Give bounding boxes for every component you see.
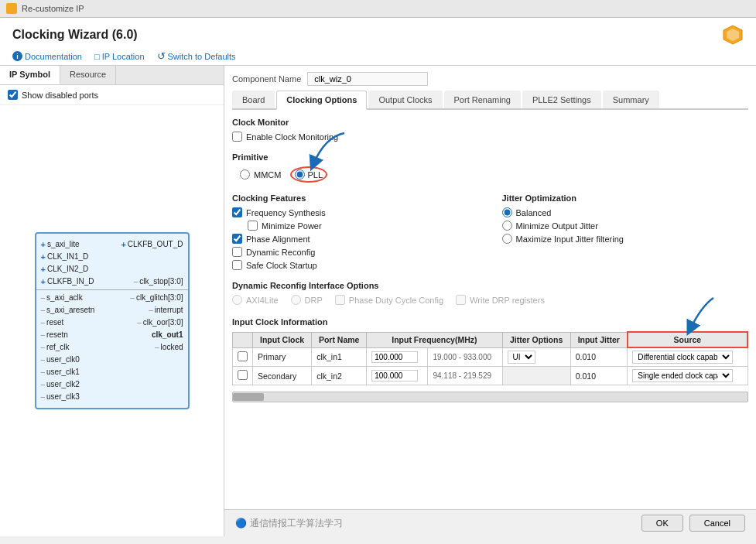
header-actions: i Documentation □ IP Location ↺ Switch t…	[12, 50, 744, 62]
balanced-radio[interactable]: Balanced	[502, 207, 749, 217]
input-clock-section: Input Clock Information Input Clock Port…	[232, 317, 748, 402]
input-clock-title: Input Clock Information	[232, 317, 748, 327]
bottom-bar: 🔵 通信情报工学算法学习 OK Cancel	[224, 509, 756, 536]
port-row: – ref_clk – locked	[36, 341, 188, 354]
primitive-title: Primitive	[232, 152, 748, 162]
title-bar: Re-customize IP	[0, 0, 756, 18]
refresh-icon: ↺	[157, 50, 166, 62]
safe-clock-startup-label: Safe Clock Startup	[246, 261, 317, 270]
ok-button[interactable]: OK	[641, 515, 683, 532]
jitter-optimization-title: Jitter Optimization	[502, 193, 749, 203]
col-port-name: Port Name	[312, 332, 367, 347]
row2-checkbox[interactable]	[238, 370, 248, 380]
tab-resource[interactable]: Resource	[60, 66, 116, 84]
tab-ip-symbol[interactable]: IP Symbol	[0, 66, 60, 84]
tab-output-clocks[interactable]: Output Clocks	[368, 91, 442, 108]
port-row: – resetn clk_out1	[36, 329, 188, 341]
tab-port-renaming[interactable]: Port Renaming	[444, 91, 521, 108]
input-clock-table: Input Clock Port Name Input Frequency(MH…	[232, 331, 748, 385]
cancel-button[interactable]: Cancel	[689, 515, 745, 532]
info-icon: i	[12, 51, 22, 61]
row2-frequency[interactable]	[367, 367, 428, 385]
port-row: – user_clk1	[36, 366, 188, 378]
freq-synthesis-label: Frequency Synthesis	[246, 208, 326, 217]
map-icon: □	[94, 52, 100, 61]
minimize-power-check[interactable]: Minimize Power	[248, 221, 479, 231]
content-area: IP Symbol Resource Show disabled ports +…	[0, 66, 756, 536]
clocking-features-title: Clocking Features	[232, 193, 479, 203]
freq-synthesis-check[interactable]: Frequency Synthesis	[232, 207, 479, 217]
port-row: – reset – clk_oor[3:0]	[36, 316, 188, 329]
port-row: + s_axi_lite + CLKFB_OUT_D	[36, 238, 188, 251]
write-drp-label: Write DRP registers	[470, 296, 545, 305]
horizontal-scrollbar[interactable]	[232, 392, 748, 402]
scrollbar-thumb	[233, 393, 264, 401]
col-input-jitter: Input Jitter	[570, 332, 628, 347]
primitive-section: Primitive MMCM PLL	[232, 152, 748, 186]
enable-clock-monitoring[interactable]: Enable Clock Monitoring	[232, 132, 748, 142]
tab-plle2-settings[interactable]: PLLE2 Settings	[522, 91, 601, 108]
axi4lite-radio: AXI4Lite	[232, 295, 279, 305]
col-source: Source	[628, 332, 747, 347]
row1-input-clock: Primary	[253, 347, 312, 367]
row1-checkbox[interactable]	[238, 351, 248, 361]
phase-alignment-check[interactable]: Phase Alignment	[232, 234, 479, 244]
port-row: – user_clk0	[36, 354, 188, 366]
ip-block: + s_axi_lite + CLKFB_OUT_D + CLK_IN1_D +…	[35, 232, 190, 409]
switch-defaults-link[interactable]: ↺ Switch to Defaults	[157, 50, 236, 62]
row1-source[interactable]: Differential clock capable pi...	[628, 347, 747, 367]
features-jitter-row: Clocking Features Frequency Synthesis Mi…	[232, 193, 748, 273]
row1-port-name: clk_in1	[312, 347, 367, 367]
dynamic-reconfig-check[interactable]: Dynamic Reconfig	[232, 247, 479, 257]
component-name-row: Component Name	[232, 72, 748, 86]
tab-clocking-options[interactable]: Clocking Options	[276, 91, 367, 110]
row1-frequency[interactable]	[367, 347, 428, 367]
main-header: Clocking Wizard (6.0) i Documentation □ …	[0, 18, 756, 66]
axi4lite-label: AXI4Lite	[246, 296, 279, 305]
min-output-jitter-radio[interactable]: Minimize Output Jitter	[502, 221, 749, 231]
watermark: 🔵 通信情报工学算法学习	[235, 517, 343, 530]
row2-source[interactable]: Single ended clock capabl...	[628, 367, 747, 385]
clock-monitor-section: Clock Monitor Enable Clock Monitoring	[232, 118, 748, 145]
row2-input-clock: Secondary	[253, 367, 312, 385]
safe-clock-startup-check[interactable]: Safe Clock Startup	[232, 260, 479, 270]
drp-label: DRP	[305, 296, 323, 305]
port-row: – s_axi_aclk – clk_glitch[3:0]	[36, 292, 188, 304]
show-disabled-checkbox[interactable]	[8, 90, 18, 100]
enable-clock-checkbox[interactable]	[232, 132, 242, 142]
jitter-col: Jitter Optimization Balanced Minimize Ou…	[502, 193, 749, 273]
ip-location-link[interactable]: □ IP Location	[94, 52, 145, 61]
row1-freq-range: 19.000 - 933.000	[428, 347, 502, 367]
max-input-jitter-radio[interactable]: Maximize Input Jitter filtering	[502, 234, 749, 244]
vivado-logo-icon	[722, 24, 744, 46]
tab-summary[interactable]: Summary	[603, 91, 659, 108]
right-panel: Component Name Board Clocking Options Ou…	[224, 66, 756, 536]
component-name-label: Component Name	[232, 74, 301, 84]
component-name-input[interactable]	[307, 72, 428, 86]
col-checkbox	[233, 332, 253, 347]
port-row: + CLK_IN2_D	[36, 263, 188, 275]
drp-radio: DRP	[291, 295, 323, 305]
port-row: + CLKFB_IN_D – clk_stop[3:0]	[36, 275, 188, 288]
features-col: Clocking Features Frequency Synthesis Mi…	[232, 193, 479, 273]
pll-radio-selected[interactable]: PLL	[290, 166, 327, 183]
table-row: Primary clk_in1 19.000 - 933.000 UI 0.01…	[233, 347, 748, 367]
col-frequency: Input Frequency(MHz)	[367, 332, 502, 347]
row2-port-name: clk_in2	[312, 367, 367, 385]
mmcm-label: MMCM	[254, 170, 281, 180]
tabs-row: Board Clocking Options Output Clocks Por…	[232, 91, 748, 110]
row1-jitter-options[interactable]: UI	[502, 347, 570, 367]
port-row: + CLK_IN1_D	[36, 251, 188, 263]
clock-monitor-title: Clock Monitor	[232, 118, 748, 127]
mmcm-radio[interactable]: MMCM	[240, 169, 281, 180]
row1-input-jitter: 0.010	[570, 347, 628, 367]
row2-jitter-options	[502, 367, 570, 385]
write-drp-check: Write DRP registers	[456, 295, 545, 305]
phase-alignment-label: Phase Alignment	[246, 234, 310, 244]
show-disabled-ports[interactable]: Show disabled ports	[0, 85, 224, 105]
left-panel: IP Symbol Resource Show disabled ports +…	[0, 66, 224, 536]
tab-board[interactable]: Board	[232, 91, 275, 108]
documentation-link[interactable]: i Documentation	[12, 51, 82, 61]
row2-input-jitter: 0.010	[570, 367, 628, 385]
max-input-jitter-label: Maximize Input Jitter filtering	[516, 234, 624, 244]
